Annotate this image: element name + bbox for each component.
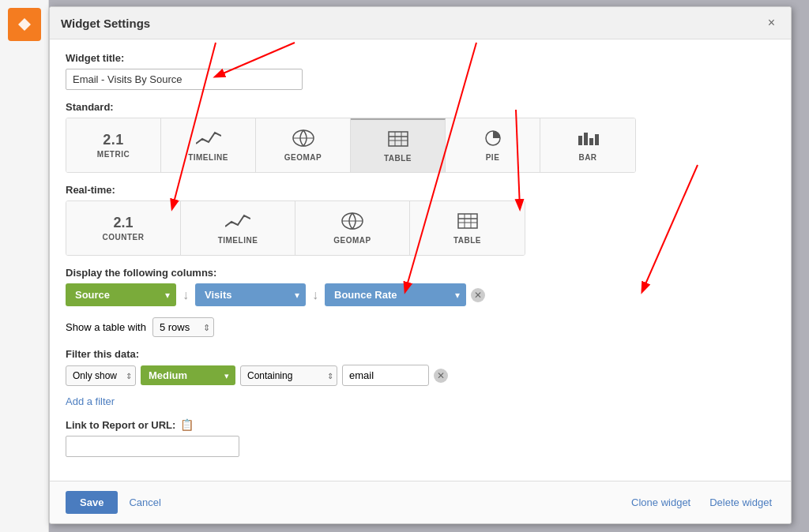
counter-label: COUNTER <box>103 233 145 242</box>
bounce-rate-column-select[interactable]: Bounce Rate Avg. Session Duration Pages … <box>325 283 466 306</box>
add-filter-link[interactable]: Add a filter <box>66 395 115 407</box>
dialog-title: Widget Settings <box>61 17 150 30</box>
realtime-counter-button[interactable]: 2.1 COUNTER <box>66 201 181 255</box>
realtime-table-button[interactable]: TABLE <box>410 201 525 255</box>
only-show-wrap: Only show Exclude <box>66 365 136 386</box>
cancel-button[interactable]: Cancel <box>126 491 164 514</box>
realtime-section: Real-time: 2.1 COUNTER TIMELINE <box>66 184 775 256</box>
metric-icon: 2.1 <box>103 133 124 147</box>
standard-bar-button[interactable]: BAR <box>540 118 635 172</box>
dialog-body: Widget title: Standard: 2.1 METRIC TIMEL… <box>50 39 791 481</box>
timeline-label: TIMELINE <box>188 153 228 162</box>
standard-pie-button[interactable]: PIE <box>446 118 540 172</box>
footer-left: Save Cancel <box>66 491 164 514</box>
geomap-label: GEOMAP <box>284 153 322 162</box>
filter-section: Filter this data: Only show Exclude Medi… <box>66 348 775 407</box>
report-link-section: Link to Report or URL: 📋 <box>66 418 775 457</box>
report-link-icon: 📋 <box>180 418 194 431</box>
svg-rect-10 <box>589 138 593 145</box>
rt-geomap-label: GEOMAP <box>333 236 371 245</box>
columns-section: Display the following columns: Source Me… <box>66 267 775 306</box>
standard-geomap-button[interactable]: GEOMAP <box>256 118 351 172</box>
filter-row: Only show Exclude Medium Source Campaign <box>66 365 775 386</box>
bar-label: BAR <box>578 153 596 162</box>
rows-select-wrap: 5 rows 10 rows 15 rows 25 rows <box>152 317 214 337</box>
filter-label: Filter this data: <box>66 348 775 360</box>
down-arrow-1: ↓ <box>182 288 189 302</box>
table-rows-section: Show a table with 5 rows 10 rows 15 rows… <box>66 317 775 337</box>
timeline-icon <box>196 129 221 150</box>
source-column-wrap: Source Medium Campaign <box>66 283 176 306</box>
metric-label: METRIC <box>97 150 130 159</box>
geomap-icon <box>292 129 314 150</box>
report-link-label-wrap: Link to Report or URL: 📋 <box>66 418 775 431</box>
condition-select[interactable]: Containing Exactly matching Starting wit… <box>240 365 337 386</box>
standard-timeline-button[interactable]: TIMELINE <box>161 118 256 172</box>
dimension-select[interactable]: Medium Source Campaign <box>141 365 235 385</box>
standard-metric-button[interactable]: 2.1 METRIC <box>66 118 161 172</box>
standard-table-button[interactable]: TABLE <box>351 118 446 172</box>
dialog-footer: Save Cancel Clone widget Delete widget <box>50 481 791 523</box>
rt-table-label: TABLE <box>453 236 481 245</box>
visits-column-wrap: Visits Sessions Pageviews <box>195 283 306 306</box>
realtime-timeline-button[interactable]: TIMELINE <box>181 201 295 255</box>
widget-title-input[interactable] <box>66 69 303 90</box>
filter-text-input[interactable] <box>342 365 429 386</box>
realtime-label: Real-time: <box>66 184 775 196</box>
svg-rect-9 <box>584 133 588 145</box>
rt-geomap-icon <box>341 212 363 233</box>
standard-types: 2.1 METRIC TIMELINE GEOMAP <box>66 118 636 173</box>
rt-timeline-icon <box>225 212 250 233</box>
rt-table-icon <box>457 212 479 233</box>
dimension-wrap: Medium Source Campaign <box>141 365 235 385</box>
widget-title-label: Widget title: <box>66 52 775 64</box>
table-label: TABLE <box>384 154 412 163</box>
widget-title-section: Widget title: <box>66 52 775 90</box>
visits-column-select[interactable]: Visits Sessions Pageviews <box>195 283 306 306</box>
bar-icon <box>577 129 599 150</box>
counter-icon: 2.1 <box>113 215 133 230</box>
rt-timeline-label: TIMELINE <box>218 236 258 245</box>
remove-filter-button[interactable]: ✕ <box>434 369 448 383</box>
condition-wrap: Containing Exactly matching Starting wit… <box>240 365 337 386</box>
source-column-select[interactable]: Source Medium Campaign <box>66 283 176 306</box>
pie-icon <box>483 129 503 150</box>
widget-settings-dialog: Widget Settings × Widget title: Standard… <box>49 6 792 524</box>
footer-right: Clone widget Delete widget <box>628 491 775 514</box>
clone-widget-button[interactable]: Clone widget <box>628 491 694 514</box>
sidebar <box>0 0 49 532</box>
rows-select[interactable]: 5 rows 10 rows 15 rows 25 rows <box>152 317 214 337</box>
standard-label: Standard: <box>66 101 775 113</box>
app-logo <box>8 8 41 41</box>
table-rows-label: Show a table with <box>66 321 146 333</box>
svg-rect-2 <box>389 132 408 146</box>
standard-section: Standard: 2.1 METRIC TIMELINE <box>66 101 775 173</box>
table-icon <box>387 130 409 151</box>
bounce-rate-column-wrap: Bounce Rate Avg. Session Duration Pages … <box>325 283 466 306</box>
close-button[interactable]: × <box>763 15 780 31</box>
only-show-select[interactable]: Only show Exclude <box>66 365 136 386</box>
dialog-header: Widget Settings × <box>50 7 791 39</box>
remove-column-button[interactable]: ✕ <box>471 288 485 302</box>
columns-row: Source Medium Campaign ↓ Visits Sessions… <box>66 283 775 306</box>
columns-label: Display the following columns: <box>66 267 775 279</box>
pie-label: PIE <box>486 153 500 162</box>
svg-rect-8 <box>578 136 582 145</box>
down-arrow-2: ↓ <box>312 288 318 302</box>
delete-widget-button[interactable]: Delete widget <box>706 491 775 514</box>
svg-rect-14 <box>458 214 477 228</box>
save-button[interactable]: Save <box>66 491 118 514</box>
realtime-types: 2.1 COUNTER TIMELINE GEOMAP <box>66 200 525 256</box>
report-url-input[interactable] <box>66 436 239 457</box>
report-link-label: Link to Report or URL: <box>66 419 175 431</box>
svg-rect-11 <box>595 134 599 145</box>
realtime-geomap-button[interactable]: GEOMAP <box>295 201 410 255</box>
